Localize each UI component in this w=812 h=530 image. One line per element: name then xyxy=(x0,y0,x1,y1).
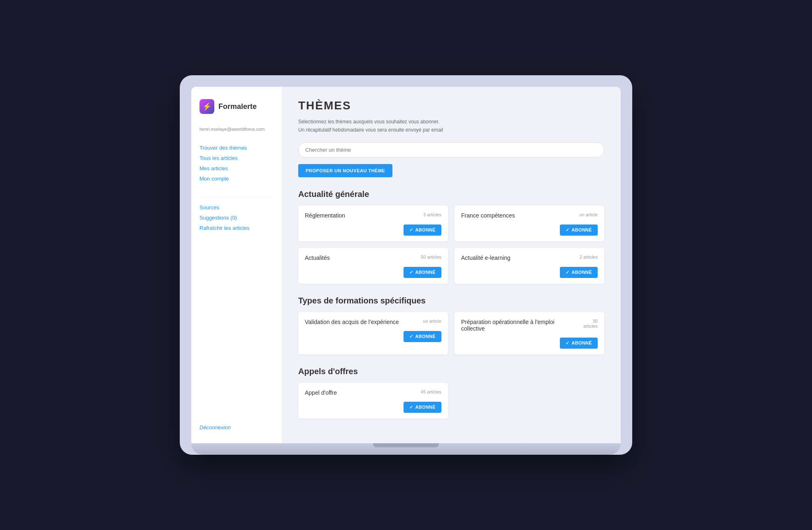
sidebar-item-suggestions[interactable]: Suggestions (0) xyxy=(200,213,274,223)
check-icon: ✓ xyxy=(409,227,413,233)
card-footer: ✓ ABONNÉ xyxy=(305,224,441,236)
page-title: THÈMES xyxy=(298,99,604,112)
main-content: THÈMES Sélectionnez les thèmes auxquels … xyxy=(282,87,621,443)
nav-primary: Trouver des thèmes Tous les articles Mes… xyxy=(200,143,274,184)
card-count: 50 articles xyxy=(421,255,441,259)
card-footer: ✓ ABONNÉ xyxy=(305,267,441,278)
section-title-appels-offres: Appels d'offres xyxy=(298,367,604,376)
card-header: Réglementation 3 articles xyxy=(305,212,441,219)
abonne-button-france-competences[interactable]: ✓ ABONNÉ xyxy=(560,224,598,236)
card-validation-acquis: Validation des acquis de l'expérience un… xyxy=(298,312,448,354)
card-name: Préparation opérationnelle à l'emploi co… xyxy=(461,319,578,332)
card-header: Appel d'offre 45 articles xyxy=(305,389,441,396)
card-header: Validation des acquis de l'expérience un… xyxy=(305,319,441,325)
deconnexion-link[interactable]: Déconnexion xyxy=(200,424,231,430)
sidebar-item-mon-compte[interactable]: Mon compte xyxy=(200,174,274,184)
check-icon: ✓ xyxy=(566,227,569,233)
abonne-button-appel-offre[interactable]: ✓ ABONNÉ xyxy=(404,402,441,413)
check-icon: ✓ xyxy=(409,334,413,339)
card-reglementation: Réglementation 3 articles ✓ ABONNÉ xyxy=(298,206,448,241)
nav-divider xyxy=(200,197,274,197)
cards-grid-appels-offres: Appel d'offre 45 articles ✓ ABONNÉ xyxy=(298,383,604,419)
card-count: 45 articles xyxy=(421,389,441,394)
card-footer: ✓ ABONNÉ xyxy=(461,338,598,349)
logo-icon: ⚡ xyxy=(200,99,214,114)
nav-bottom: Déconnexion xyxy=(200,424,274,431)
section-title-types-formations: Types de formations spécifiques xyxy=(298,296,604,306)
nav-secondary: Sources Suggestions (0) Rafraîchir les a… xyxy=(200,202,274,233)
card-header: Préparation opérationnelle à l'emploi co… xyxy=(461,319,598,332)
check-icon: ✓ xyxy=(409,405,413,410)
card-count: 2 articles xyxy=(580,255,598,259)
sidebar-item-trouver-themes[interactable]: Trouver des thèmes xyxy=(200,143,274,153)
card-actualite-elearning: Actualité e-learning 2 articles ✓ ABONNÉ xyxy=(455,248,604,284)
card-name: France compétences xyxy=(461,212,515,219)
logo-area: ⚡ Formalerte xyxy=(200,99,274,114)
app-name: Formalerte xyxy=(218,102,257,111)
card-name: Réglementation xyxy=(305,212,345,219)
abonne-button-preparation-operationnelle[interactable]: ✓ ABONNÉ xyxy=(560,338,598,349)
cards-grid-types-formations: Validation des acquis de l'expérience un… xyxy=(298,312,604,354)
section-title-actualite-generale: Actualité générale xyxy=(298,190,604,199)
card-france-competences: France compétences un article ✓ ABONNÉ xyxy=(455,206,604,241)
card-footer: ✓ ABONNÉ xyxy=(305,402,441,413)
card-header: Actualité e-learning 2 articles xyxy=(461,255,598,261)
abonne-button-actualite-elearning[interactable]: ✓ ABONNÉ xyxy=(560,267,598,278)
card-footer: ✓ ABONNÉ xyxy=(461,224,598,236)
card-preparation-operationnelle: Préparation opérationnelle à l'emploi co… xyxy=(455,312,604,354)
card-name: Actualité e-learning xyxy=(461,255,510,261)
search-input[interactable] xyxy=(298,142,604,157)
cards-grid-actualite-generale: Réglementation 3 articles ✓ ABONNÉ Franc… xyxy=(298,206,604,284)
card-name: Validation des acquis de l'expérience xyxy=(305,319,399,325)
card-name: Appel d'offre xyxy=(305,389,337,396)
sidebar-item-mes-articles[interactable]: Mes articles xyxy=(200,163,274,174)
abonne-button-reglementation[interactable]: ✓ ABONNÉ xyxy=(404,224,441,236)
sidebar-item-rafraichir[interactable]: Rafraîchir les articles xyxy=(200,223,274,233)
sidebar: ⚡ Formalerte henri.morlaye@aworldforus.c… xyxy=(191,87,282,443)
laptop-base xyxy=(191,443,621,455)
card-actualites: Actualités 50 articles ✓ ABONNÉ xyxy=(298,248,448,284)
check-icon: ✓ xyxy=(409,270,413,275)
card-footer: ✓ ABONNÉ xyxy=(461,267,598,278)
card-appel-offre: Appel d'offre 45 articles ✓ ABONNÉ xyxy=(298,383,448,419)
abonne-button-actualites[interactable]: ✓ ABONNÉ xyxy=(404,267,441,278)
sidebar-item-sources[interactable]: Sources xyxy=(200,202,274,213)
card-name: Actualités xyxy=(305,255,330,261)
check-icon: ✓ xyxy=(566,270,569,275)
card-footer: ✓ ABONNÉ xyxy=(305,331,441,342)
check-icon: ✓ xyxy=(566,340,569,346)
user-email: henri.morlaye@aworldforus.com xyxy=(200,126,274,132)
card-header: Actualités 50 articles xyxy=(305,255,441,261)
card-count: un article xyxy=(579,212,598,217)
propose-theme-button[interactable]: PROPOSER UN NOUVEAU THÈME xyxy=(298,164,392,177)
card-count: 30 articles xyxy=(578,319,598,329)
card-count: un article xyxy=(423,319,441,324)
sidebar-item-tous-articles[interactable]: Tous les articles xyxy=(200,153,274,163)
abonne-button-validation-acquis[interactable]: ✓ ABONNÉ xyxy=(404,331,441,342)
card-count: 3 articles xyxy=(423,212,441,217)
page-subtitle: Sélectionnez les thèmes auxquels vous so… xyxy=(298,118,604,134)
card-header: France compétences un article xyxy=(461,212,598,219)
